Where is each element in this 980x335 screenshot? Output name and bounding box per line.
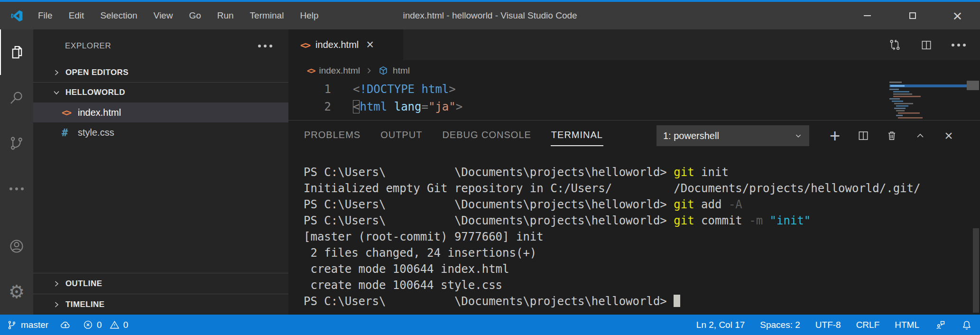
close-panel-button[interactable]: × xyxy=(934,129,963,143)
timeline-section[interactable]: TIMELINE xyxy=(33,294,288,315)
explorer-actions-icon[interactable] xyxy=(258,45,272,47)
cloud-upload-icon xyxy=(60,319,71,331)
split-panel-icon xyxy=(857,130,869,142)
terminal-text: add xyxy=(694,198,729,211)
problems-indicator[interactable]: 0 0 xyxy=(83,319,132,330)
menubar: File Edit Selection View Go Run Terminal… xyxy=(30,2,327,29)
status-bar: master 0 0 Ln 2, Col 17 Spaces: 2 UTF-8 … xyxy=(0,315,980,335)
split-editor-icon[interactable] xyxy=(920,39,933,51)
close-icon: × xyxy=(944,129,953,143)
terminal-text: git xyxy=(674,198,694,211)
editor-column: <> index.html × <> index.html xyxy=(288,29,980,315)
source-control-icon xyxy=(9,135,25,151)
tab-output[interactable]: OUTPUT xyxy=(380,126,423,146)
code-token: "ja" xyxy=(428,100,456,113)
file-name: style.css xyxy=(78,127,114,138)
minimize-button[interactable] xyxy=(845,2,890,29)
tab-close-icon[interactable]: × xyxy=(366,38,374,51)
code-token: < xyxy=(353,83,360,96)
indentation-setting[interactable]: Spaces: 2 xyxy=(760,320,800,330)
branch-name: master xyxy=(21,320,48,330)
window-controls: × xyxy=(845,2,980,29)
line-number: 2 xyxy=(288,98,331,116)
activity-more-button[interactable] xyxy=(0,166,33,212)
outline-label: OUTLINE xyxy=(65,279,102,288)
file-item-style-css[interactable]: # style.css xyxy=(33,122,288,142)
breadcrumb-file[interactable]: index.html xyxy=(319,65,360,76)
folder-section[interactable]: HELLOWORLD xyxy=(33,83,288,102)
menu-selection[interactable]: Selection xyxy=(92,2,145,29)
close-button[interactable]: × xyxy=(935,2,980,29)
encoding-setting[interactable]: UTF-8 xyxy=(815,320,841,330)
error-count: 0 xyxy=(97,320,102,330)
tab-debug-console[interactable]: DEBUG CONSOLE xyxy=(442,126,531,146)
search-icon xyxy=(9,90,25,106)
activity-account-button[interactable] xyxy=(0,223,33,269)
cursor-position[interactable]: Ln 2, Col 17 xyxy=(696,320,745,330)
html-file-icon: <> xyxy=(62,107,78,118)
terminal-text: -A xyxy=(729,198,742,211)
code-area[interactable]: 1 <!DOCTYPE html> 2 <html lang="ja"> xyxy=(288,81,980,116)
maximize-panel-button[interactable] xyxy=(906,130,934,141)
menu-view[interactable]: View xyxy=(146,2,181,29)
code-token: = xyxy=(422,100,428,113)
new-terminal-button[interactable]: + xyxy=(821,127,849,145)
activity-source-control-button[interactable] xyxy=(0,121,33,166)
terminal-text: "init" xyxy=(770,214,811,227)
file-item-index-html[interactable]: <> index.html xyxy=(33,102,288,122)
tab-index-html[interactable]: <> index.html × xyxy=(288,29,403,60)
activity-bar: ⚙ xyxy=(0,29,33,315)
activity-search-button[interactable] xyxy=(0,75,33,121)
menu-terminal[interactable]: Terminal xyxy=(242,2,292,29)
chevron-down-icon xyxy=(52,88,61,97)
panel-actions: 1: powershell + × xyxy=(656,125,963,146)
terminal-text: init xyxy=(694,166,729,179)
open-changes-icon[interactable] xyxy=(888,38,901,51)
maximize-button[interactable] xyxy=(890,2,935,29)
close-icon: × xyxy=(953,8,962,24)
menu-go[interactable]: Go xyxy=(181,2,209,29)
sync-changes-button[interactable] xyxy=(60,319,71,331)
breadcrumb-symbol[interactable]: html xyxy=(393,65,410,76)
window-title: index.html - helloworld - Visual Studio … xyxy=(300,10,680,21)
split-terminal-button[interactable] xyxy=(849,130,878,142)
activity-explorer-button[interactable] xyxy=(0,29,33,75)
terminal-line: PS C:\Users\ \Documents\projects\hellowo… xyxy=(304,293,980,309)
terminal-line: 2 files changed, 24 insertions(+) xyxy=(304,245,980,261)
terminal-output[interactable]: PS C:\Users\ \Documents\projects\hellowo… xyxy=(288,151,980,309)
panel-header: PROBLEMS OUTPUT DEBUG CONSOLE TERMINAL 1… xyxy=(288,121,980,151)
explorer-header: EXPLORER xyxy=(33,29,288,63)
code-line: 2 <html lang="ja"> xyxy=(288,98,980,116)
git-branch-indicator[interactable]: master xyxy=(7,320,48,330)
code-text: <html lang="ja"> xyxy=(353,98,462,116)
terminal-line: [master (root-commit) 9777660] init xyxy=(304,229,980,245)
feedback-icon[interactable] xyxy=(934,319,946,331)
more-actions-icon[interactable] xyxy=(952,44,966,47)
minimap[interactable] xyxy=(889,82,968,120)
chevron-up-icon xyxy=(915,130,926,141)
outline-section[interactable]: OUTLINE xyxy=(33,273,288,294)
terminal-text: 2 files changed, 24 insertions(+) xyxy=(304,246,536,260)
language-mode[interactable]: HTML xyxy=(895,320,919,330)
tab-problems[interactable]: PROBLEMS xyxy=(304,126,361,146)
eol-setting[interactable]: CRLF xyxy=(856,320,880,330)
terminal-shell-select[interactable]: 1: powershell xyxy=(656,125,809,146)
tab-terminal[interactable]: TERMINAL xyxy=(551,126,603,146)
activity-settings-button[interactable]: ⚙ xyxy=(0,269,33,315)
kill-terminal-button[interactable] xyxy=(878,130,906,142)
editor-scrollbar[interactable] xyxy=(967,81,979,90)
open-editors-section[interactable]: OPEN EDITORS xyxy=(33,63,288,83)
code-text: <!DOCTYPE html> xyxy=(353,81,456,98)
branch-icon xyxy=(7,320,17,330)
more-dots-icon xyxy=(9,187,24,190)
menu-run[interactable]: Run xyxy=(209,2,242,29)
chevron-right-icon xyxy=(364,66,374,75)
menu-file[interactable]: File xyxy=(30,2,61,29)
terminal-scrollbar[interactable] xyxy=(973,228,979,313)
terminal-text: commit xyxy=(694,214,749,227)
bell-icon[interactable] xyxy=(961,319,972,331)
terminal-text: PS C:\Users\ \Documents\projects\hellowo… xyxy=(304,295,674,308)
menu-edit[interactable]: Edit xyxy=(61,2,92,29)
editor-actions xyxy=(888,29,966,60)
terminal-text: Initialized empty Git repository in C:/U… xyxy=(304,182,920,195)
